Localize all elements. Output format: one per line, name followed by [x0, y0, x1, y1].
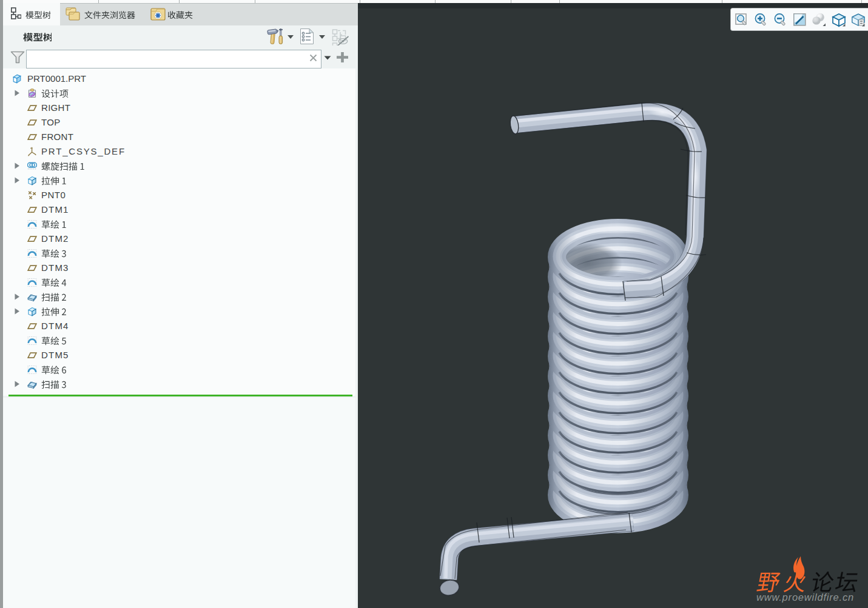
svg-text:www.proewildfire.cn: www.proewildfire.cn — [756, 592, 854, 603]
